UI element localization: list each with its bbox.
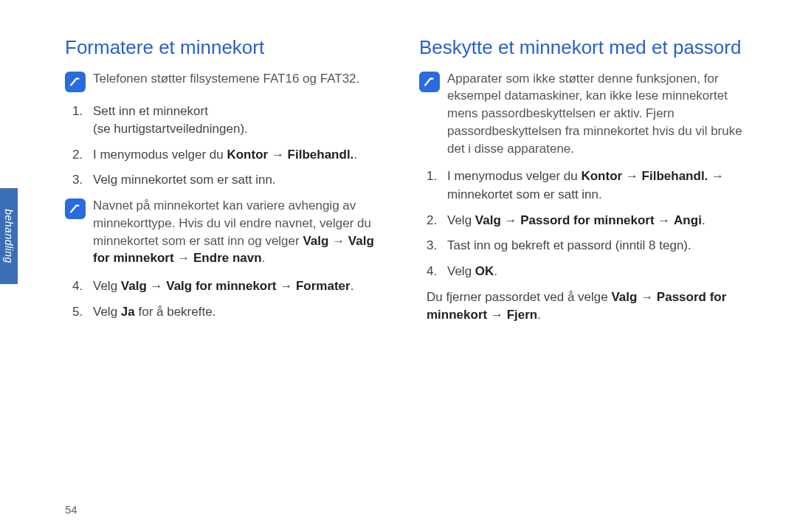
list-item: Velg Valg → Passord for minnekort → Angi…: [427, 212, 744, 230]
page: behandling Formatere et minnekort Telefo…: [0, 0, 797, 532]
left-steps-b: Velg Valg → Valg for minnekort → Formate…: [72, 277, 390, 321]
list-item: Tast inn og bekreft et passord (inntil 8…: [427, 237, 744, 255]
list-item: Velg Ja for å bekrefte.: [72, 303, 390, 322]
left-title: Formatere et minnekort: [65, 35, 390, 60]
list-item: Velg minnekortet som er satt inn.: [72, 171, 390, 190]
note-icon: [65, 198, 86, 219]
list-item: I menymodus velger du Kontor → Filbehand…: [427, 167, 744, 204]
right-steps: I menymodus velger du Kontor → Filbehand…: [427, 167, 744, 280]
list-item: Velg OK.: [427, 263, 744, 281]
left-column: Formatere et minnekort Telefonen støtter…: [65, 35, 390, 502]
note-body: Navnet på minnekortet kan variere avheng…: [93, 197, 390, 267]
note-protect: Apparater som ikke støtter denne funksjo…: [419, 70, 744, 158]
list-item: I menymodus velger du Kontor → Filbehand…: [72, 146, 390, 165]
columns: Formatere et minnekort Telefonen støtter…: [65, 35, 753, 502]
list-item: Velg Valg → Valg for minnekort → Formate…: [72, 277, 390, 296]
left-steps-a: Sett inn et minnekort (se hurtigstartvei…: [72, 103, 390, 190]
page-number: 54: [65, 503, 77, 516]
note-icon: [65, 72, 86, 92]
side-tab-label: behandling: [3, 209, 15, 263]
remove-password-text: Du fjerner passordet ved å velge Valg → …: [427, 289, 744, 325]
note-body: Apparater som ikke støtter denne funksjo…: [447, 70, 744, 158]
note-icon: [419, 72, 440, 92]
note-body: Telefonen støtter filsystemene FAT16 og …: [93, 70, 359, 92]
list-item: Sett inn et minnekort (se hurtigstartvei…: [72, 103, 390, 139]
side-tab: behandling: [0, 188, 18, 284]
right-column: Beskytte et minnekort med et passord App…: [419, 35, 744, 502]
right-title: Beskytte et minnekort med et passord: [419, 35, 744, 60]
note-rename: Navnet på minnekortet kan variere avheng…: [65, 197, 390, 267]
note-fat: Telefonen støtter filsystemene FAT16 og …: [65, 70, 390, 92]
